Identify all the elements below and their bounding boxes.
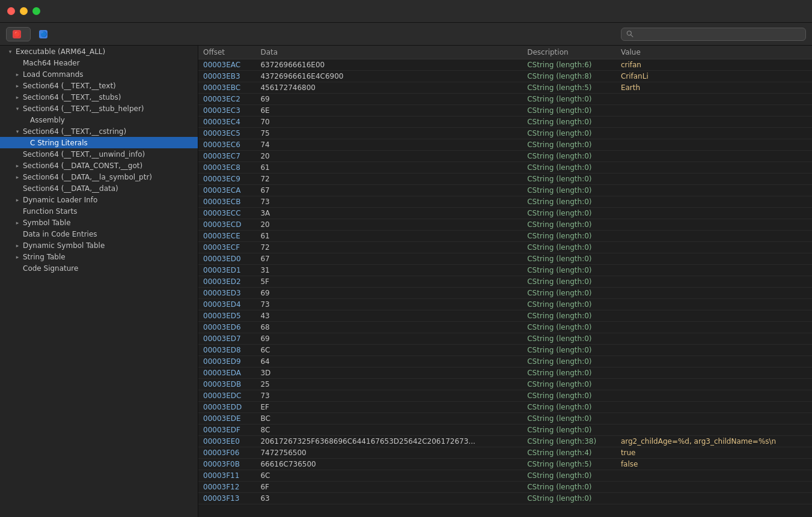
cell-offset: 00003F13 (198, 493, 255, 504)
table-row[interactable]: 00003EDF8CCString (length:0) (198, 425, 812, 436)
sidebar-item-section64-text-text[interactable]: Section64 (__TEXT,__text) (0, 80, 198, 91)
maximize-button[interactable] (32, 7, 40, 15)
table-row[interactable]: 00003F126FCString (length:0) (198, 482, 812, 493)
table-row[interactable]: 00003ED964CString (length:0) (198, 356, 812, 367)
cell-data: 73 (255, 196, 522, 208)
sidebar-item-dynamic-loader-info[interactable]: Dynamic Loader Info (0, 194, 198, 205)
sidebar-item-section64-text-unwind-info[interactable]: Section64 (__TEXT,__unwind_info) (0, 148, 198, 160)
table-row[interactable]: 00003EDB25CString (length:0) (198, 379, 812, 390)
cell-offset: 00003ED7 (198, 333, 255, 345)
search-wrapper (621, 28, 806, 41)
cell-description: CString (length:0) (522, 367, 616, 379)
table-row[interactable]: 00003EC36ECString (length:0) (198, 105, 812, 116)
cell-data: 43 (255, 310, 522, 322)
sidebar-item-function-starts[interactable]: Function Starts (0, 205, 198, 217)
table-row[interactable]: 00003ED769CString (length:0) (198, 333, 812, 345)
cell-description: CString (length:38) (522, 436, 616, 447)
table-row[interactable]: 00003EDDEFCString (length:0) (198, 402, 812, 413)
sidebar-item-assembly[interactable]: Assembly (0, 114, 198, 125)
sidebar-item-section64-text-stub-helper[interactable]: Section64 (__TEXT,__stub_helper) (0, 103, 198, 114)
table-row[interactable]: 00003ECF72CString (length:0) (198, 242, 812, 253)
sidebar-item-label: Section64 (__TEXT,__unwind_info) (23, 150, 145, 159)
cell-data: 73 (255, 299, 522, 310)
sidebar-item-section64-data-const-got[interactable]: Section64 (__DATA_CONST,__got) (0, 160, 198, 171)
sidebar-item-section64-text-cstring[interactable]: Section64 (__TEXT,__cstring) (0, 125, 198, 137)
cell-offset: 00003ED1 (198, 265, 255, 276)
rva-button[interactable]: 🔵 (33, 28, 56, 41)
table-row[interactable]: 00003ECC3ACString (length:0) (198, 208, 812, 219)
table-row[interactable]: 00003EC861CString (length:0) (198, 162, 812, 174)
cell-data: 72 (255, 174, 522, 185)
sidebar-item-dynamic-symbol-table[interactable]: Dynamic Symbol Table (0, 240, 198, 251)
table-row[interactable]: 00003EC470CString (length:0) (198, 116, 812, 128)
table-row[interactable]: 00003EAC63726966616E00CString (length:6)… (198, 59, 812, 71)
table-row[interactable]: 00003ED86CCString (length:0) (198, 345, 812, 356)
table-row[interactable]: 00003F0B66616C736500CString (length:5)fa… (198, 459, 812, 470)
sidebar-item-label: Section64 (__DATA,__la_symbol_ptr) (23, 173, 152, 181)
table-row[interactable]: 00003EDA3DCString (length:0) (198, 367, 812, 379)
table-row[interactable]: 00003EC972CString (length:0) (198, 174, 812, 185)
table-row[interactable]: 00003EC674CString (length:0) (198, 139, 812, 151)
cell-description: CString (length:0) (522, 322, 616, 333)
sidebar-item-executable[interactable]: Executable (ARM64_ALL) (0, 46, 198, 57)
sidebar-item-c-string-literals[interactable]: C String Literals (0, 137, 198, 148)
cell-value (616, 185, 812, 196)
cell-offset: 00003EC6 (198, 139, 255, 151)
raw-button[interactable]: 🔴 (6, 27, 31, 41)
table-row[interactable]: 00003EC575CString (length:0) (198, 128, 812, 139)
content-area[interactable]: OffsetDataDescriptionValue00003EAC637269… (198, 46, 812, 517)
table-row[interactable]: 00003ECB73CString (length:0) (198, 196, 812, 208)
table-row[interactable]: 00003ED067CString (length:0) (198, 253, 812, 265)
cell-offset: 00003EDA (198, 367, 255, 379)
table-row[interactable]: 00003EDC73CString (length:0) (198, 390, 812, 402)
sidebar-item-string-table[interactable]: String Table (0, 251, 198, 262)
table-row[interactable]: 00003F116CCString (length:0) (198, 470, 812, 482)
sidebar-item-load-commands[interactable]: Load Commands (0, 68, 198, 80)
table-row[interactable]: 00003ECA67CString (length:0) (198, 185, 812, 196)
table-row[interactable]: 00003EC720CString (length:0) (198, 151, 812, 162)
cell-value (616, 413, 812, 425)
table-row[interactable]: 00003F1363CString (length:0) (198, 493, 812, 504)
table-row[interactable]: 00003ED131CString (length:0) (198, 265, 812, 276)
column-header-data: Data (255, 46, 522, 59)
cell-offset: 00003ECA (198, 185, 255, 196)
sidebar-item-label: Dynamic Loader Info (23, 196, 97, 204)
table-row[interactable]: 00003ED543CString (length:0) (198, 310, 812, 322)
cell-data: 74 (255, 139, 522, 151)
cell-data: 70 (255, 116, 522, 128)
table-row[interactable]: 00003EE020617267325F6368696C644167653D25… (198, 436, 812, 447)
table-row[interactable]: 00003ED369CString (length:0) (198, 288, 812, 299)
sidebar-item-section64-data-data[interactable]: Section64 (__DATA,__data) (0, 183, 198, 194)
table-row[interactable]: 00003F067472756500CString (length:4)true (198, 447, 812, 459)
table-row[interactable]: 00003ECD20CString (length:0) (198, 219, 812, 231)
table-row[interactable]: 00003EBC456172746800CString (length:5)Ea… (198, 82, 812, 94)
table-row[interactable]: 00003ED668CString (length:0) (198, 322, 812, 333)
table-row[interactable]: 00003EB343726966616E4C6900CString (lengt… (198, 71, 812, 82)
sidebar-item-mach64-header[interactable]: Mach64 Header (0, 57, 198, 68)
table-row[interactable]: 00003ECE61CString (length:0) (198, 231, 812, 242)
cell-offset: 00003EC7 (198, 151, 255, 162)
cell-description: CString (length:0) (522, 493, 616, 504)
sidebar-item-section64-data-la-symbol-ptr[interactable]: Section64 (__DATA,__la_symbol_ptr) (0, 171, 198, 183)
sidebar-item-label: Section64 (__DATA,__data) (23, 184, 118, 193)
sidebar-item-code-signature[interactable]: Code Signature (0, 262, 198, 274)
chevron-icon (13, 104, 22, 113)
sidebar-item-symbol-table[interactable]: Symbol Table (0, 217, 198, 228)
cell-data: 7472756500 (255, 447, 522, 459)
minimize-button[interactable] (20, 7, 28, 15)
close-button[interactable] (7, 7, 15, 15)
table-row[interactable]: 00003ED473CString (length:0) (198, 299, 812, 310)
table-row[interactable]: 00003ED25FCString (length:0) (198, 276, 812, 288)
cell-value (616, 94, 812, 105)
cell-description: CString (length:8) (522, 71, 616, 82)
table-row[interactable]: 00003EDEBCCString (length:0) (198, 413, 812, 425)
cell-value: true (616, 447, 812, 459)
cell-value (616, 196, 812, 208)
cell-data: 61 (255, 231, 522, 242)
cell-value (616, 174, 812, 185)
sidebar-item-data-in-code-entries[interactable]: Data in Code Entries (0, 228, 198, 240)
cell-offset: 00003EC9 (198, 174, 255, 185)
sidebar-item-section64-text-stubs[interactable]: Section64 (__TEXT,__stubs) (0, 91, 198, 103)
search-input[interactable] (636, 30, 801, 38)
table-row[interactable]: 00003EC269CString (length:0) (198, 94, 812, 105)
